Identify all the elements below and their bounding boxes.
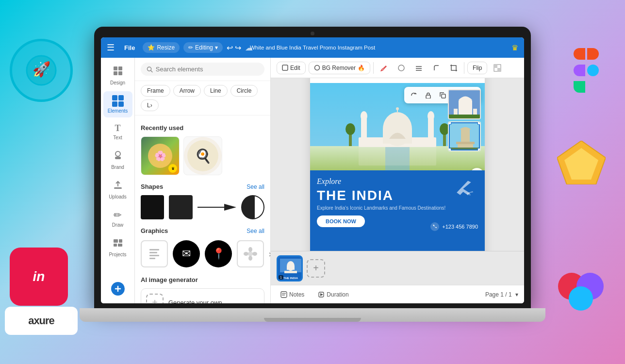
ai-gen-plus-icon: + — [146, 294, 164, 303]
file-button[interactable]: File — [120, 42, 139, 53]
svg-rect-10 — [118, 71, 122, 75]
svg-text:THE INDIA: THE INDIA — [283, 277, 298, 280]
graphic-letter-item[interactable] — [141, 239, 168, 268]
duration-tab[interactable]: Duration — [314, 289, 352, 300]
undo-button[interactable]: ↩ — [227, 43, 233, 52]
lines-icon[interactable] — [411, 61, 426, 75]
shape-square-1[interactable] — [141, 195, 164, 219]
side-thumb-2[interactable] — [448, 121, 481, 151]
lock-btn[interactable] — [422, 89, 434, 101]
graphic-envelope-item[interactable]: ✉ — [173, 239, 200, 268]
sidebar-item-design[interactable]: Design — [103, 62, 132, 89]
redo-button[interactable]: ↪ — [235, 43, 241, 52]
sketch-icon — [557, 141, 610, 189]
sidebar-item-more[interactable] — [103, 278, 132, 299]
sidebar-item-draw[interactable]: ✏ Draw — [103, 205, 132, 232]
flip-label: Flip — [473, 65, 482, 71]
shape-arrow[interactable] — [197, 200, 236, 215]
brush-icon[interactable] — [377, 61, 391, 75]
sidebar-item-elements[interactable]: Elements — [103, 91, 132, 117]
copy-btn[interactable] — [436, 89, 449, 101]
projects-icon — [113, 237, 123, 250]
sidebar-item-projects[interactable]: Projects — [103, 233, 132, 261]
invision-label: in — [33, 269, 45, 284]
edit-button[interactable]: Edit — [277, 62, 306, 74]
ai-generator: AI image generator + Generate your own — [141, 276, 264, 303]
crop-icon[interactable] — [446, 61, 461, 75]
bg-remover-button[interactable]: BG Remover 🔥 — [309, 62, 370, 74]
svg-rect-74 — [284, 271, 297, 273]
add-page-button[interactable]: + — [307, 259, 325, 278]
more-pill[interactable]: L› — [141, 99, 159, 111]
sidebar: Design Elements T Text — [101, 58, 135, 303]
rotate-btn[interactable] — [407, 89, 420, 101]
arrow-pill[interactable]: Arrow — [173, 85, 201, 97]
elements-panel: Frame Arrow Line Circle L› Recently used — [135, 58, 271, 303]
bottom-bar: Notes Duration Page 1 / 1 ▾ — [271, 285, 524, 303]
side-thumb-1 — [448, 89, 481, 119]
flower-icon: 🌸 — [148, 144, 172, 168]
circle-outline-icon[interactable] — [394, 61, 409, 75]
circle-pill[interactable]: Circle — [230, 85, 258, 97]
sidebar-item-text[interactable]: T Text — [103, 119, 132, 144]
flip-button[interactable]: Flip — [467, 62, 487, 74]
svg-rect-38 — [497, 68, 501, 71]
graphic-letter — [141, 240, 168, 267]
sidebar-item-uploads[interactable]: Uploads — [103, 176, 132, 203]
search-input-wrap[interactable] — [141, 63, 264, 76]
frame-pill[interactable]: Frame — [141, 85, 170, 97]
transparency-icon[interactable] — [490, 61, 505, 75]
editing-button[interactable]: ✏ Editing ▾ — [183, 42, 223, 53]
projects-label: Projects — [109, 252, 126, 257]
add-icon — [111, 282, 125, 296]
shapes-see-all[interactable]: See all — [247, 183, 264, 190]
recent-item-1[interactable]: 🌸 ♛ — [141, 136, 180, 175]
shape-square-2[interactable] — [169, 195, 192, 219]
line-pill[interactable]: Line — [204, 85, 228, 97]
search-input[interactable] — [156, 66, 259, 73]
recently-used-title: Recently used — [141, 124, 183, 132]
design-card[interactable]: BORCELLE ⊕ — [310, 78, 485, 251]
graphics-see-all[interactable]: See all — [247, 228, 264, 234]
svg-rect-57 — [426, 95, 430, 99]
recent-item-2[interactable]: 🍳 — [183, 136, 222, 175]
shape-half-circle[interactable] — [241, 195, 264, 219]
page-indicator: Page 1 / 1 ▾ — [485, 291, 518, 298]
graphic-pin-item[interactable]: 📍 — [205, 239, 232, 268]
ai-generate-item[interactable]: + Generate your own — [141, 288, 264, 303]
svg-marker-81 — [320, 293, 323, 296]
notes-label: Notes — [289, 291, 304, 298]
svg-rect-30 — [282, 65, 288, 70]
corner-radius-icon[interactable] — [429, 61, 444, 75]
draw-icon: ✏ — [114, 209, 122, 221]
edit-icon — [282, 65, 288, 71]
menu-icon[interactable]: ☰ — [107, 42, 115, 53]
ai-generator-title: AI image generator — [141, 276, 198, 283]
thumbnail-1[interactable]: THE INDIA 1 — [277, 255, 303, 281]
sidebar-item-brand[interactable]: Brand — [103, 146, 132, 174]
notes-tab[interactable]: Notes — [277, 289, 308, 300]
app-header: ☰ File ⭐ Resize ✏ Editing ▾ ↩ ↪ ☁ White … — [101, 37, 524, 58]
laptop-screen-outer: ☰ File ⭐ Resize ✏ Editing ▾ ↩ ↪ ☁ White … — [94, 27, 531, 308]
editing-label: Editing — [195, 44, 213, 51]
graphics-header: Graphics See all — [141, 227, 264, 234]
laptop-camera — [311, 32, 314, 35]
graphics-more-arrow[interactable]: › — [269, 249, 270, 259]
elements-icon — [112, 95, 124, 107]
page-chevron[interactable]: ▾ — [515, 291, 518, 298]
svg-rect-37 — [494, 65, 497, 68]
brand-label: Brand — [111, 165, 124, 170]
book-now-button[interactable]: BOOK NOW — [317, 215, 365, 227]
duration-icon — [318, 291, 325, 298]
svg-point-46 — [396, 107, 399, 110]
svg-rect-17 — [118, 244, 122, 247]
svg-point-6 — [569, 286, 593, 311]
graphic-flower-item[interactable] — [237, 239, 264, 268]
card-phone: +123 456 7890 — [430, 222, 478, 231]
svg-rect-58 — [442, 94, 445, 98]
app-body: Design Elements T Text — [101, 58, 524, 303]
search-bar — [135, 58, 270, 81]
resize-button[interactable]: ⭐ Resize — [143, 42, 180, 53]
shapes-title: Shapes — [141, 183, 163, 190]
recently-used-items: 🌸 ♛ 🍳 — [141, 136, 264, 175]
